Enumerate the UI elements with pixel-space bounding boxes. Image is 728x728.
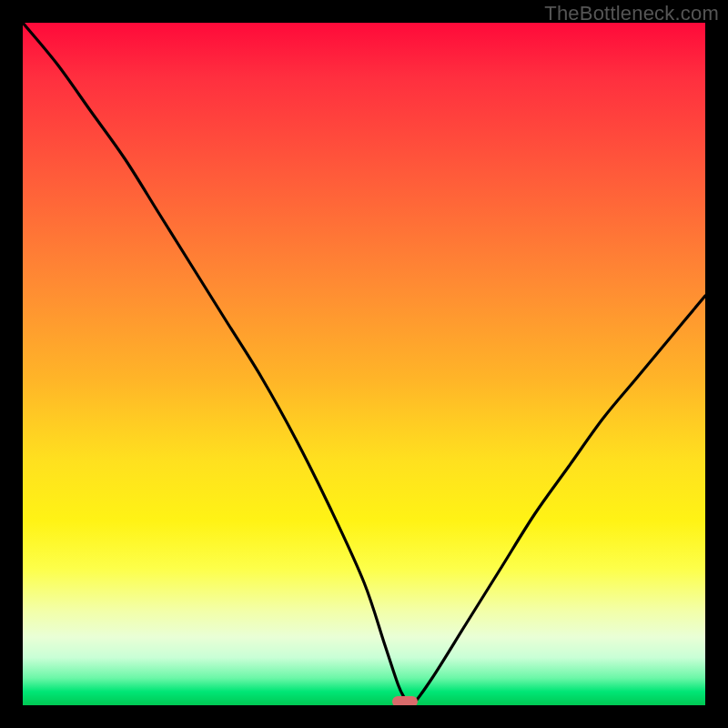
plot-area	[23, 23, 705, 705]
bottleneck-curve	[23, 23, 705, 705]
chart-frame: TheBottleneck.com	[0, 0, 728, 728]
curve-svg	[23, 23, 705, 705]
ideal-point-marker	[392, 696, 418, 705]
